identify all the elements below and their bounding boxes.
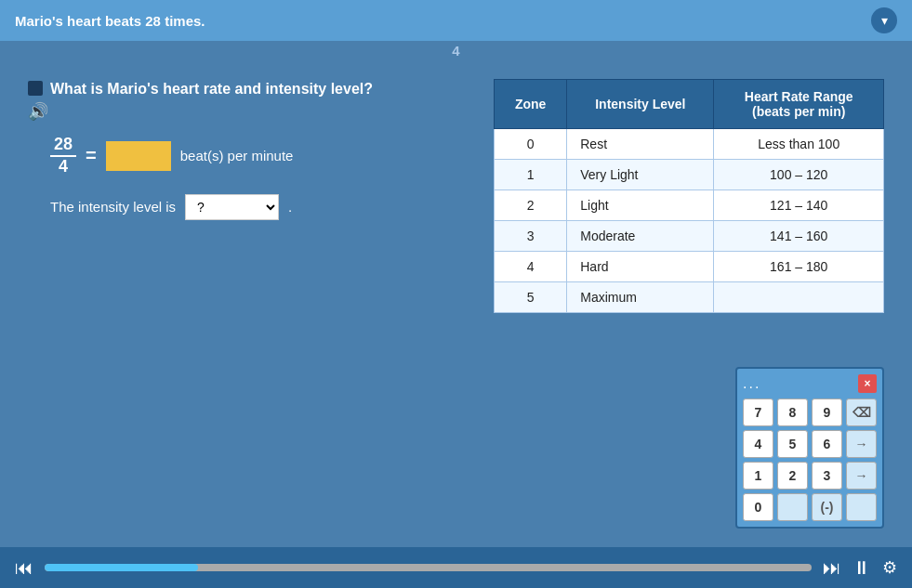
skip-back-button[interactable]: ⏮ [15, 557, 33, 579]
calc-close-button[interactable]: × [858, 374, 877, 393]
calc-button-→[interactable]: → [846, 462, 877, 490]
cell-range: 121 – 140 [714, 190, 884, 221]
cell-range: 100 – 120 [714, 160, 884, 190]
page-number: 4 [0, 41, 912, 60]
table-row: 5Maximum [495, 282, 884, 313]
bottom-bar: ⏮ ⏭ ⏸ ⚙ [0, 547, 912, 588]
cell-level: Rest [567, 129, 714, 160]
cell-zone: 1 [495, 160, 567, 190]
calc-button-8[interactable]: 8 [777, 399, 808, 426]
table-row: 0RestLess than 100 [495, 129, 884, 160]
progress-bar-fill [45, 564, 198, 571]
chevron-down-button[interactable]: ▾ [871, 7, 897, 33]
cell-zone: 2 [495, 190, 567, 221]
bullet-icon [28, 81, 43, 96]
period: . [288, 199, 292, 215]
cell-level: Moderate [567, 221, 714, 252]
cell-level: Very Light [567, 160, 714, 190]
calc-button-0[interactable]: 0 [743, 493, 773, 521]
calculator: ... × 789⌫456→123→0(-) [735, 367, 884, 529]
fraction-row: 28 4 = beat(s) per minute [50, 135, 466, 176]
calc-button-→[interactable]: → [846, 430, 877, 458]
intensity-row: The intensity level is ? Rest Very Light… [50, 194, 466, 220]
cell-range: Less than 100 [714, 129, 884, 160]
fraction-numerator: 28 [50, 135, 76, 157]
progress-bar [45, 564, 812, 571]
top-bar-title: Mario's heart beats 28 times. [15, 13, 205, 29]
calc-grid: 789⌫456→123→0(-) [743, 399, 877, 521]
calc-button-(-)[interactable]: (-) [812, 493, 842, 521]
calc-button-3[interactable]: 3 [812, 462, 842, 490]
right-panel: Zone Intensity Level Heart Rate Range(be… [494, 79, 884, 313]
calc-button-empty[interactable] [777, 493, 808, 521]
cell-zone: 0 [495, 129, 567, 160]
table-row: 1Very Light100 – 120 [495, 160, 884, 190]
col-header-hr-range: Heart Rate Range(beats per min) [714, 80, 884, 129]
equals-sign: = [86, 145, 97, 166]
calc-button-7[interactable]: 7 [743, 399, 773, 426]
settings-button[interactable]: ⚙ [882, 557, 897, 578]
question-text: What is Mario's heart rate and intensity… [50, 79, 373, 99]
cell-level: Maximum [567, 282, 714, 313]
cell-range [714, 282, 884, 313]
question-block: What is Mario's heart rate and intensity… [28, 79, 466, 99]
calc-dots: ... [743, 375, 760, 392]
main-content: What is Mario's heart rate and intensity… [0, 60, 912, 332]
cell-level: Light [567, 190, 714, 221]
col-header-intensity: Intensity Level [567, 80, 714, 129]
cell-level: Hard [567, 252, 714, 282]
calc-button-1[interactable]: 1 [743, 462, 773, 490]
cell-zone: 5 [495, 282, 567, 313]
answer-input[interactable] [106, 141, 171, 171]
intensity-prefix: The intensity level is [50, 199, 176, 215]
calc-button-5[interactable]: 5 [777, 430, 808, 458]
cell-range: 141 – 160 [714, 221, 884, 252]
calc-button-9[interactable]: 9 [812, 399, 842, 426]
intensity-dropdown[interactable]: ? Rest Very Light Light Moderate Hard Ma… [185, 194, 279, 220]
table-row: 4Hard161 – 180 [495, 252, 884, 282]
skip-forward-button[interactable]: ⏭ [823, 557, 841, 579]
bpm-label: beat(s) per minute [180, 148, 294, 163]
cell-range: 161 – 180 [714, 252, 884, 282]
fraction-denominator: 4 [55, 157, 72, 177]
calc-button-empty[interactable] [846, 493, 877, 521]
calc-button-2[interactable]: 2 [777, 462, 808, 490]
left-panel: What is Mario's heart rate and intensity… [28, 79, 466, 313]
table-row: 3Moderate141 – 160 [495, 221, 884, 252]
heart-rate-table: Zone Intensity Level Heart Rate Range(be… [494, 79, 884, 313]
cell-zone: 3 [495, 221, 567, 252]
calc-button-6[interactable]: 6 [812, 430, 842, 458]
pause-button[interactable]: ⏸ [853, 557, 871, 579]
calc-header: ... × [743, 374, 877, 393]
calc-button-⌫[interactable]: ⌫ [846, 399, 877, 426]
top-bar: Mario's heart beats 28 times. ▾ [0, 0, 912, 41]
cell-zone: 4 [495, 252, 567, 282]
speaker-icon[interactable]: 🔊 [28, 101, 48, 122]
speaker-row: 🔊 [28, 101, 466, 122]
table-row: 2Light121 – 140 [495, 190, 884, 221]
col-header-zone: Zone [495, 80, 567, 129]
calc-button-4[interactable]: 4 [743, 430, 773, 458]
fraction: 28 4 [50, 135, 76, 176]
